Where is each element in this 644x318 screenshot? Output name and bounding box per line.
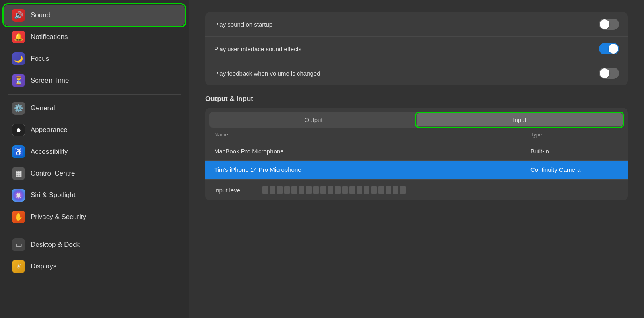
- table-cell-iphone-mic-type: Continuity Camera: [530, 166, 619, 173]
- level-bar: [393, 186, 398, 194]
- sidebar-item-controlcentre[interactable]: ▦ Control Centre: [4, 163, 185, 184]
- sidebar-item-label: Displays: [31, 262, 56, 271]
- sidebar-item-label: Sound: [31, 11, 50, 19]
- toggle-feedback[interactable]: [599, 68, 619, 79]
- table-row-iphone-mic[interactable]: Tim's iPhone 14 Pro Microphone Continuit…: [205, 161, 628, 179]
- displays-icon: ☀: [12, 260, 25, 273]
- sidebar-item-label: Desktop & Dock: [31, 241, 80, 249]
- level-bar: [306, 186, 312, 194]
- setting-row-ui-sounds: Play user interface sound effects: [205, 37, 628, 61]
- setting-label-ui-sounds: Play user interface sound effects: [214, 45, 301, 52]
- tab-bar-wrapper: Output Input: [205, 108, 628, 128]
- level-bars: [262, 186, 406, 194]
- sidebar: 🔊 Sound 🔔 Notifications 🌙 Focus ⏳ Screen…: [0, 0, 189, 318]
- desktop-icon: ▭: [12, 238, 25, 251]
- sidebar-item-label: Siri & Spotlight: [31, 191, 76, 199]
- sidebar-item-screentime[interactable]: ⏳ Screen Time: [4, 70, 185, 91]
- main-content: Play sound on startup Play user interfac…: [189, 0, 644, 318]
- sidebar-item-sound[interactable]: 🔊 Sound: [4, 5, 185, 26]
- sidebar-item-siri[interactable]: ◉ Siri & Spotlight: [4, 185, 185, 206]
- setting-label-startup: Play sound on startup: [214, 21, 272, 28]
- setting-row-feedback: Play feedback when volume is changed: [205, 61, 628, 85]
- sidebar-item-label: Control Centre: [31, 169, 75, 178]
- table-header-name: Name: [214, 132, 530, 138]
- table-cell-macbook-mic-type: Built-in: [530, 148, 619, 155]
- general-icon: ⚙️: [12, 102, 25, 115]
- toggle-knob-startup: [600, 19, 609, 29]
- sidebar-item-label: Focus: [31, 55, 49, 63]
- sidebar-item-appearance[interactable]: ● Appearance: [4, 120, 185, 140]
- tab-input[interactable]: Input: [417, 113, 623, 126]
- level-bar: [349, 186, 355, 194]
- level-bar: [364, 186, 369, 194]
- table-header-type: Type: [530, 132, 619, 138]
- sidebar-item-label: Appearance: [31, 126, 68, 134]
- sidebar-item-focus[interactable]: 🌙 Focus: [4, 48, 185, 69]
- toggle-startup[interactable]: [599, 19, 619, 30]
- setting-row-startup: Play sound on startup: [205, 12, 628, 37]
- table-header: Name Type: [205, 128, 628, 142]
- level-bar: [378, 186, 384, 194]
- toggle-ui-sounds[interactable]: [599, 43, 619, 54]
- table-row-macbook-mic[interactable]: MacBook Pro Microphone Built-in: [205, 142, 628, 161]
- level-bar: [371, 186, 377, 194]
- sidebar-group-3: ▭ Desktop & Dock ☀ Displays: [0, 234, 189, 277]
- sidebar-item-notifications[interactable]: 🔔 Notifications: [4, 27, 185, 47]
- input-level-row: Input level: [205, 179, 628, 200]
- screentime-icon: ⏳: [12, 74, 25, 87]
- notifications-icon: 🔔: [12, 31, 25, 43]
- table-cell-macbook-mic-name: MacBook Pro Microphone: [214, 148, 530, 155]
- siri-icon: ◉: [12, 189, 25, 202]
- sidebar-item-label: Privacy & Security: [31, 213, 86, 221]
- level-bar: [291, 186, 297, 194]
- level-bar: [400, 186, 406, 194]
- sidebar-item-label: General: [31, 104, 55, 112]
- sidebar-item-general[interactable]: ⚙️ General: [4, 98, 185, 119]
- sound-icon: 🔊: [12, 9, 25, 22]
- input-level-label: Input level: [214, 187, 254, 194]
- accessibility-icon: ♿: [12, 145, 25, 158]
- level-bar: [328, 186, 333, 194]
- level-bar: [284, 186, 290, 194]
- tab-output[interactable]: Output: [211, 113, 417, 126]
- table-cell-iphone-mic-name: Tim's iPhone 14 Pro Microphone: [214, 166, 530, 173]
- sidebar-item-label: Notifications: [31, 33, 68, 41]
- sidebar-item-privacy[interactable]: ✋ Privacy & Security: [4, 206, 185, 227]
- sidebar-item-displays[interactable]: ☀ Displays: [4, 256, 185, 277]
- level-bar: [277, 186, 283, 194]
- appearance-icon: ●: [12, 124, 25, 136]
- sidebar-item-label: Accessibility: [31, 148, 68, 156]
- level-bar: [386, 186, 391, 194]
- controlcentre-icon: ▦: [12, 167, 25, 180]
- sidebar-item-desktop[interactable]: ▭ Desktop & Dock: [4, 234, 185, 255]
- level-bar: [320, 186, 326, 194]
- toggle-knob-feedback: [600, 68, 609, 78]
- toggle-knob-ui-sounds: [609, 44, 618, 54]
- level-bar: [342, 186, 348, 194]
- level-bar: [335, 186, 341, 194]
- level-bar: [262, 186, 268, 194]
- output-input-heading: Output & Input: [205, 95, 628, 103]
- sidebar-group-2: ⚙️ General ● Appearance ♿ Accessibility …: [0, 98, 189, 227]
- sidebar-group-1: 🔊 Sound 🔔 Notifications 🌙 Focus ⏳ Screen…: [0, 5, 189, 91]
- focus-icon: 🌙: [12, 52, 25, 65]
- sidebar-divider-1: [8, 94, 181, 95]
- tab-bar: Output Input: [209, 112, 624, 128]
- sidebar-item-accessibility[interactable]: ♿ Accessibility: [4, 141, 185, 162]
- level-bar: [270, 186, 275, 194]
- level-bar: [357, 186, 362, 194]
- level-bar: [299, 186, 304, 194]
- setting-label-feedback: Play feedback when volume is changed: [214, 70, 320, 77]
- sound-toggles-section: Play sound on startup Play user interfac…: [205, 12, 628, 85]
- level-bar: [313, 186, 319, 194]
- privacy-icon: ✋: [12, 211, 25, 223]
- output-input-container: Output Input Name Type MacBook Pro Micro…: [205, 108, 628, 200]
- sidebar-divider-2: [8, 231, 181, 231]
- sidebar-item-label: Screen Time: [31, 76, 69, 85]
